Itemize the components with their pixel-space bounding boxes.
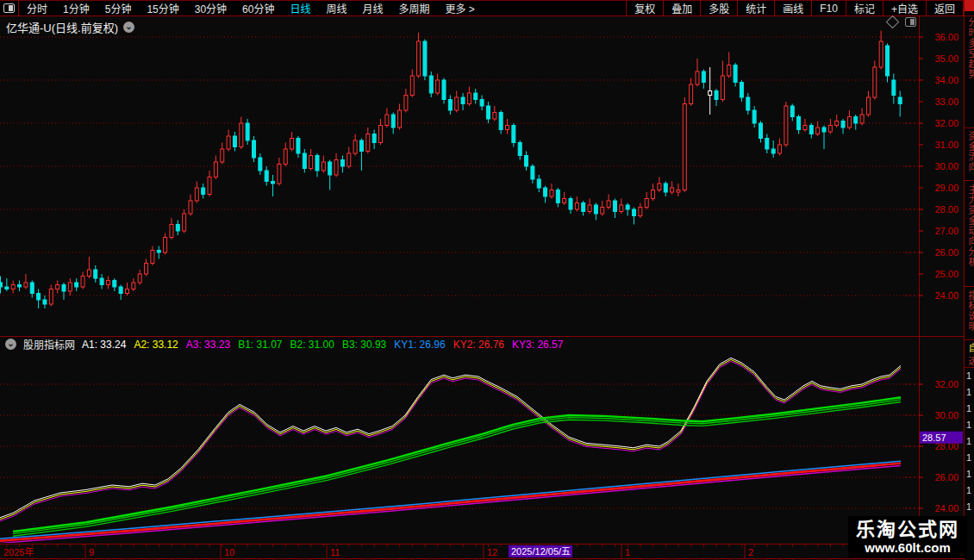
- diamond-marker-icon[interactable]: [886, 16, 900, 29]
- sidebar-item-clipped-5[interactable]: 选: [965, 356, 974, 366]
- candle-body: [448, 100, 452, 111]
- candle-body: [461, 97, 465, 104]
- right-edge-sidebar[interactable]: 分时多空趋势资金流向主力资金动向分析指标说明自选111111111: [964, 0, 974, 560]
- sidebar-item-clipped-1[interactable]: 资金流向: [965, 131, 974, 172]
- sidebar-item-clipped-2[interactable]: 主力资金动向分析: [965, 184, 974, 267]
- candle-body: [309, 156, 313, 169]
- x-axis-month-label: 1: [625, 547, 630, 557]
- candle-body: [94, 270, 97, 278]
- candle-body: [359, 140, 363, 152]
- candle-body: [11, 285, 15, 289]
- indicator-value-B1: B1: 31.07: [238, 339, 282, 351]
- indicator-collapse-icon[interactable]: ⌄: [5, 339, 16, 350]
- candle-body: [816, 128, 820, 134]
- main-axis-label: 24.00: [934, 290, 958, 301]
- sidebar-item-clipped-4[interactable]: 自: [965, 343, 974, 353]
- candle-body: [512, 126, 515, 143]
- indicator-line-KY2: [0, 464, 901, 541]
- candle-body: [734, 65, 737, 83]
- candle-body: [854, 117, 858, 124]
- main-axis-label: 32.00: [934, 118, 958, 128]
- candle-body: [410, 76, 414, 96]
- indicator-line-KY1: [0, 461, 901, 538]
- candle-body: [860, 115, 864, 123]
- indicator-value-KY1: KY1: 26.96: [394, 339, 445, 351]
- candle-body: [75, 283, 78, 287]
- candle-body: [303, 153, 306, 169]
- candle-body: [879, 41, 883, 67]
- main-axis-label: 26.00: [934, 247, 958, 258]
- candle-body: [746, 97, 750, 110]
- sidebar-top-red-block: [965, 0, 974, 11]
- candle-body: [626, 205, 629, 209]
- candle-body: [145, 264, 148, 275]
- chart-canvas[interactable]: 36.0035.0034.0033.0032.0031.0030.0029.00…: [0, 0, 974, 560]
- candle-body: [822, 128, 826, 132]
- candle-body: [164, 238, 167, 253]
- x-axis-month-label: 11: [330, 547, 340, 557]
- indicator-line-B2: [13, 400, 901, 534]
- candle-body: [398, 110, 402, 128]
- candle-body: [898, 97, 902, 104]
- indicator-value-KY3: KY3: 26.57: [512, 339, 563, 351]
- indicator-value-A1: A1: 33.24: [82, 339, 126, 351]
- candle-body: [334, 160, 338, 176]
- candle-body: [259, 158, 262, 171]
- candle-body: [594, 205, 597, 214]
- candle-body: [544, 188, 547, 196]
- chart-title-row: 亿华通-U(日线.前复权) ⌄: [6, 19, 134, 35]
- x-axis-month-label: 9: [89, 547, 94, 557]
- candle-body: [429, 76, 433, 93]
- candle-body: [563, 199, 566, 203]
- candle-body: [436, 80, 440, 93]
- main-axis-label: 34.00: [934, 75, 958, 85]
- candle-body: [690, 84, 693, 104]
- candle-body: [81, 277, 84, 288]
- candle-body: [18, 285, 22, 288]
- x-axis-month-label: 12: [487, 547, 497, 557]
- candle-body: [771, 149, 775, 153]
- sidebar-item-clipped-3[interactable]: 指标说明: [965, 290, 974, 332]
- candle-body: [518, 143, 521, 156]
- main-axis-label: 25.00: [934, 269, 958, 279]
- candle-body: [195, 188, 198, 201]
- indicator-header: ⌄ 股朋指标网 A1: 33.24A2: 33.12A3: 33.23B1: 3…: [5, 338, 563, 351]
- candle-body: [340, 160, 344, 167]
- candle-body: [696, 72, 699, 84]
- candle-body: [297, 139, 300, 154]
- candle-body: [575, 203, 578, 210]
- indicator-line-A2: [0, 359, 901, 519]
- candle-body: [709, 91, 712, 96]
- candle-body: [347, 153, 351, 166]
- candle-body: [126, 289, 129, 294]
- candle-body: [841, 121, 845, 128]
- candle-body: [620, 205, 623, 212]
- candle-body: [556, 190, 559, 203]
- trading-app-screen: 分时1分钟5分钟15分钟30分钟60分钟日线周线月线多周期更多 > 复权叠加多股…: [0, 0, 974, 560]
- candle-body: [886, 46, 890, 76]
- candle-body: [550, 190, 553, 197]
- pane-toggle-icon[interactable]: [905, 17, 916, 27]
- candle-body: [537, 179, 540, 188]
- candle-body: [189, 201, 192, 214]
- main-axis-label: 35.00: [934, 53, 958, 64]
- candle-body: [227, 136, 230, 149]
- indicator-value-B3: B3: 30.93: [342, 339, 386, 351]
- chevron-down-icon[interactable]: ⌄: [123, 22, 134, 33]
- candle-body: [803, 126, 807, 130]
- candle-body: [740, 83, 743, 98]
- candle-body: [328, 162, 332, 175]
- sidebar-item-clipped-0[interactable]: 分时多空趋势: [965, 17, 974, 79]
- indicator-value-KY2: KY2: 26.76: [453, 339, 504, 351]
- candle-body: [677, 190, 680, 193]
- candle-body: [721, 76, 724, 100]
- candle-body: [87, 270, 91, 277]
- x-axis-year-label: 2025年: [3, 546, 34, 557]
- candle-body: [759, 123, 763, 139]
- candle-body: [613, 201, 616, 212]
- candle-body: [246, 123, 249, 140]
- candle-body: [265, 171, 268, 182]
- sub-axis-label: 32.00: [934, 379, 958, 389]
- candle-body: [157, 251, 160, 253]
- candle-body: [645, 199, 648, 208]
